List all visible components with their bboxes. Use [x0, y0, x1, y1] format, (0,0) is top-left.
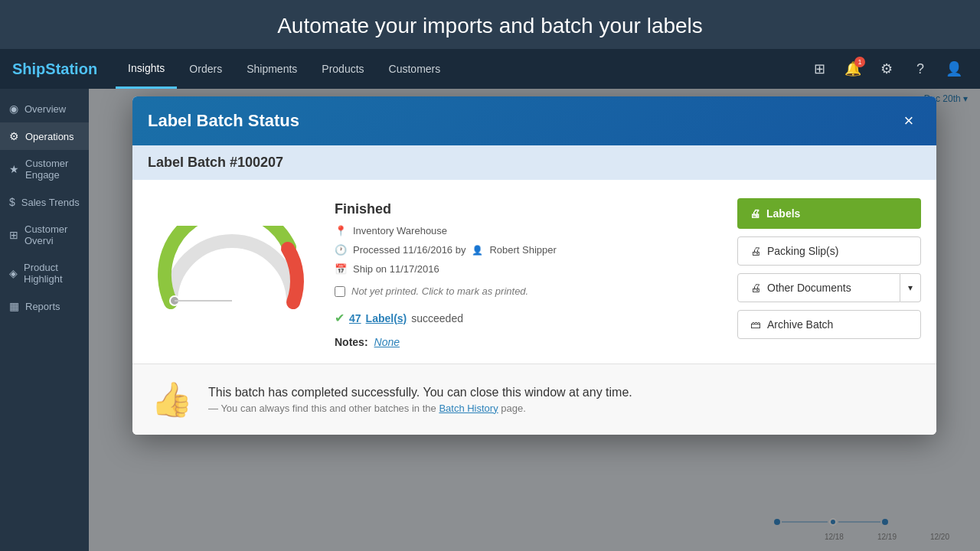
printed-checkbox[interactable] [335, 286, 345, 297]
user-icon[interactable]: 👤 [940, 55, 968, 83]
printer-icon-labels: 🖨 [750, 207, 760, 220]
success-count[interactable]: 47 [349, 312, 361, 324]
location-icon: 📍 [335, 225, 347, 236]
other-documents-button[interactable]: 🖨 Other Documents [737, 273, 900, 302]
sidebar-item-customer-overview[interactable]: ⊞ Customer Overvi [0, 216, 89, 254]
nav-products[interactable]: Products [309, 49, 376, 89]
labels-button-label: Labels [766, 207, 800, 220]
warehouse-row: 📍 Inventory Warehouse [335, 225, 719, 236]
other-documents-label: Other Documents [767, 282, 851, 294]
labels-button[interactable]: 🖨 Labels [737, 198, 921, 229]
product-highlight-icon: ◈ [9, 267, 18, 279]
nav-orders[interactable]: Orders [177, 49, 234, 89]
status-label: Finished [335, 201, 719, 217]
nav-icons: ⊞ 🔔 1 ⚙ ? 👤 [805, 55, 968, 83]
info-area: Finished 📍 Inventory Warehouse 🕐 Process… [335, 195, 719, 348]
modal-title: Label Batch Status [148, 111, 299, 131]
help-icon[interactable]: ? [906, 55, 934, 83]
clock-icon: 🕐 [335, 244, 347, 256]
nav-insights[interactable]: Insights [116, 49, 177, 89]
footer-main-text: This batch has completed successfully. Y… [208, 386, 632, 399]
thumbs-up-icon: 👍 [151, 380, 193, 419]
customer-overview-icon: ⊞ [9, 229, 18, 241]
sidebar-customer-engage-label: Customer Engage [25, 158, 80, 181]
modal: Label Batch Status × Label Batch #100207 [132, 96, 936, 435]
success-text: succeeded [411, 312, 463, 324]
warehouse-name: Inventory Warehouse [353, 225, 447, 236]
processor-name: Robert Shipper [489, 244, 556, 256]
gauge-area [148, 195, 316, 348]
calendar-icon: 📅 [335, 263, 347, 275]
top-banner: Automate your imports and batch your lab… [0, 0, 980, 49]
logo[interactable]: ShipStation [12, 60, 97, 78]
settings-icon[interactable]: ⚙ [873, 55, 900, 83]
other-documents-split: 🖨 Other Documents ▾ [737, 273, 921, 302]
modal-header: Label Batch Status × [132, 96, 936, 145]
ship-on-row: 📅 Ship on 11/17/2016 [335, 263, 719, 275]
modal-close-button[interactable]: × [897, 109, 921, 133]
notes-row: Notes: None [335, 336, 719, 348]
footer-subtext: — You can always find this and other bat… [208, 403, 632, 414]
main-layout: ◉ Overview ⚙ Operations ★ Customer Engag… [0, 89, 980, 551]
content-area: - Dec 20th ▾ 12/18 12/19 12/20 Label Bat… [89, 89, 980, 551]
customer-engage-icon: ★ [9, 163, 19, 175]
checkbox-label: Not yet printed. Click to mark as printe… [351, 285, 528, 297]
notes-label: Notes: [335, 336, 368, 348]
navbar: ShipStation Insights Orders Shipments Pr… [0, 49, 980, 89]
footer-content: This batch has completed successfully. Y… [208, 386, 632, 414]
nav-customers[interactable]: Customers [377, 49, 453, 89]
sidebar-item-sales-trends[interactable]: $ Sales Trends [0, 188, 89, 216]
batch-number: Label Batch #100207 [148, 155, 283, 170]
nav-links: Insights Orders Shipments Products Custo… [116, 49, 452, 89]
footer-sub-before: — You can always find this and other bat… [208, 403, 436, 414]
sidebar-item-customer-engage[interactable]: ★ Customer Engage [0, 150, 89, 188]
processed-text: Processed 11/16/2016 by [353, 244, 466, 256]
notification-icon[interactable]: 🔔 1 [839, 55, 867, 83]
reports-icon: ▦ [9, 300, 19, 312]
archive-batch-button[interactable]: 🗃 Archive Batch [737, 310, 921, 339]
archive-icon: 🗃 [750, 318, 761, 331]
modal-footer: 👍 This batch has completed successfully.… [132, 364, 936, 435]
sidebar-customer-overview-label: Customer Overvi [24, 223, 80, 246]
print-checkbox-row: Not yet printed. Click to mark as printe… [335, 285, 719, 297]
sidebar-item-operations[interactable]: ⚙ Operations [0, 122, 89, 150]
modal-overlay: Label Batch Status × Label Batch #100207 [89, 89, 980, 551]
packing-slips-button[interactable]: 🖨 Packing Slip(s) [737, 236, 921, 266]
printer-icon-packing: 🖨 [750, 245, 761, 257]
batch-history-link[interactable]: Batch History [439, 403, 498, 414]
sidebar-sales-trends-label: Sales Trends [21, 197, 80, 208]
sidebar-product-highlight-label: Product Highlight [24, 262, 80, 285]
success-row: ✔ 47 Label(s) succeeded [335, 311, 719, 325]
sidebar-item-overview[interactable]: ◉ Overview [0, 95, 89, 122]
modal-body: Finished 📍 Inventory Warehouse 🕐 Process… [132, 180, 936, 364]
sidebar-item-reports[interactable]: ▦ Reports [0, 292, 89, 320]
caret-down-icon: ▾ [908, 282, 913, 293]
sidebar-operations-label: Operations [25, 131, 74, 142]
operations-icon: ⚙ [9, 130, 19, 142]
gauge-svg [155, 226, 309, 318]
archive-batch-label: Archive Batch [767, 318, 833, 331]
sidebar: ◉ Overview ⚙ Operations ★ Customer Engag… [0, 89, 89, 551]
overview-icon: ◉ [9, 103, 18, 115]
sidebar-item-product-highlight[interactable]: ◈ Product Highlight [0, 254, 89, 292]
actions-area: 🖨 Labels 🖨 Packing Slip(s) 🖨 Other Docum… [737, 195, 921, 348]
packing-slips-label: Packing Slip(s) [767, 245, 838, 257]
modal-subheader: Label Batch #100207 [132, 145, 936, 180]
printer-icon-other: 🖨 [750, 282, 761, 294]
footer-sub-after: page. [501, 403, 526, 414]
grid-icon[interactable]: ⊞ [805, 55, 833, 83]
banner-text: Automate your imports and batch your lab… [277, 14, 703, 37]
person-icon: 👤 [472, 245, 483, 256]
notes-none-link[interactable]: None [374, 336, 400, 348]
other-documents-caret[interactable]: ▾ [900, 273, 921, 302]
nav-shipments[interactable]: Shipments [234, 49, 309, 89]
checkmark-icon: ✔ [335, 311, 345, 325]
ship-on-text: Ship on 11/17/2016 [353, 263, 439, 275]
success-unit: Label(s) [366, 312, 407, 324]
notification-badge: 1 [854, 57, 865, 67]
sidebar-overview-label: Overview [24, 103, 66, 115]
processed-row: 🕐 Processed 11/16/2016 by 👤 Robert Shipp… [335, 244, 719, 256]
sidebar-reports-label: Reports [25, 301, 60, 312]
logo-text: ShipStation [12, 60, 97, 78]
sales-trends-icon: $ [9, 196, 15, 208]
